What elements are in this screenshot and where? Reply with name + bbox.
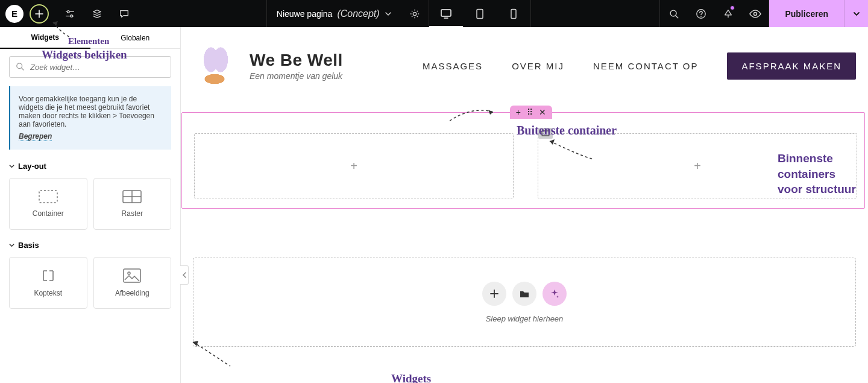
favorites-tip: Voor gemakkelijke toegang kun je de widg… (9, 86, 171, 150)
svg-rect-5 (511, 9, 516, 18)
add-element-button[interactable] (30, 4, 49, 24)
svg-point-9 (753, 12, 756, 15)
device-tablet[interactable] (463, 0, 497, 27)
brand-title: We Be Well (250, 51, 343, 70)
add-widget-plus[interactable]: + (350, 159, 357, 173)
inner-container-left[interactable]: + (194, 133, 514, 198)
help-icon[interactable] (687, 0, 714, 27)
container-drag[interactable]: ⠿ (527, 108, 533, 116)
ai-button[interactable] (542, 282, 567, 306)
inner-container-handle[interactable] (538, 128, 553, 139)
svg-point-14 (128, 272, 130, 274)
publish-options[interactable] (844, 0, 868, 27)
svg-point-6 (670, 10, 676, 16)
tip-dismiss[interactable]: Begrepen (19, 132, 52, 141)
search-widget-input[interactable] (9, 56, 171, 78)
structure-icon[interactable] (83, 0, 110, 27)
comments-icon[interactable] (110, 0, 137, 27)
settings-icon[interactable] (56, 0, 83, 27)
drop-area[interactable]: Sleep widget hierheen (193, 258, 856, 347)
chevron-down-icon (853, 10, 860, 17)
svg-point-0 (67, 10, 69, 13)
plus-icon (489, 289, 499, 299)
device-mobile[interactable] (497, 0, 530, 27)
site-logo[interactable] (193, 42, 235, 90)
widget-image[interactable]: Afbeelding (93, 257, 172, 309)
notifications-icon[interactable] (714, 0, 741, 27)
plus-icon (34, 9, 44, 19)
tip-text: Voor gemakkelijke toegang kun je de widg… (19, 95, 163, 128)
svg-point-1 (70, 14, 72, 17)
container-close[interactable]: ✕ (539, 108, 546, 116)
site-header: We Be Well Een momentje van geluk MASSAG… (193, 39, 856, 92)
device-desktop[interactable] (429, 0, 463, 27)
widget-heading[interactable]: Koptekst (9, 257, 87, 309)
nav-link[interactable]: NEEM CONTACT OP (593, 61, 698, 71)
drop-hint: Sleep widget hierheen (486, 314, 564, 323)
widget-grid[interactable]: Raster (93, 178, 172, 230)
search-icon[interactable] (660, 0, 687, 27)
caret-down-icon (9, 163, 14, 169)
svg-point-2 (413, 12, 416, 15)
section-basic-toggle[interactable]: Basis (9, 241, 171, 250)
search-icon (15, 62, 25, 74)
page-status: (Concept) (337, 8, 379, 19)
inner-container-right[interactable]: + (538, 133, 857, 198)
publish-button[interactable]: Publiceren (769, 0, 844, 27)
svg-point-10 (17, 63, 22, 69)
section-layout-toggle[interactable]: Lay-out (9, 162, 171, 171)
svg-rect-4 (477, 9, 483, 18)
brand-tagline: Een momentje van geluk (250, 71, 343, 81)
svg-rect-15 (542, 131, 549, 136)
sparkle-icon (550, 289, 559, 299)
svg-rect-11 (39, 191, 57, 203)
elementor-logo[interactable]: E (5, 5, 24, 23)
chevron-left-icon (182, 272, 187, 278)
chevron-down-icon (385, 10, 392, 17)
add-widget-plus[interactable]: + (694, 159, 701, 173)
page-title-dropdown[interactable]: Nieuwe pagina (Concept) (267, 0, 401, 27)
editor-canvas[interactable]: We Be Well Een momentje van geluk MASSAG… (181, 27, 868, 383)
tab-globals[interactable]: Globalen (90, 27, 181, 49)
cta-button[interactable]: AFSPRAAK MAKEN (727, 52, 856, 80)
widgets-panel: Widgets Globalen Voor gemakkelijke toega… (0, 27, 181, 383)
caret-down-icon (9, 242, 14, 248)
annotation-widgets: Widgets (391, 372, 431, 383)
page-title: Nieuwe pagina (277, 9, 333, 19)
container-add[interactable]: + (516, 108, 521, 116)
collapse-panel[interactable] (180, 265, 189, 285)
folder-icon (520, 290, 529, 298)
svg-point-8 (700, 16, 702, 17)
svg-rect-3 (441, 10, 451, 16)
outer-container[interactable]: + ⠿ ✕ + + (181, 112, 865, 209)
widget-container[interactable]: Container (9, 178, 87, 230)
tab-widgets[interactable]: Widgets (0, 27, 90, 49)
add-section-button[interactable] (482, 282, 506, 306)
notification-dot (730, 5, 735, 10)
nav-link[interactable]: OVER MIJ (512, 61, 564, 71)
nav-link[interactable]: MASSAGES (423, 61, 483, 71)
container-toolbar: + ⠿ ✕ (510, 106, 552, 119)
preview-icon[interactable] (741, 0, 769, 27)
template-library-button[interactable] (512, 282, 536, 306)
page-settings-icon[interactable] (401, 0, 429, 27)
